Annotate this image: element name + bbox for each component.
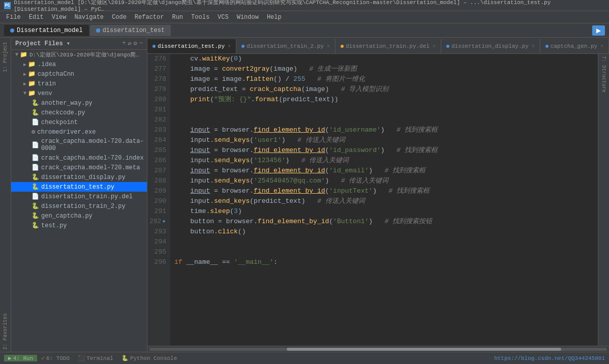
editor-tab-captcha-gen[interactable]: captcha_gen.py ×: [540, 39, 609, 53]
tree-test[interactable]: 🐍 dissertation_test.py: [11, 182, 147, 192]
venv-folder-icon: 📁: [28, 89, 36, 97]
menu-help[interactable]: Help: [263, 13, 286, 22]
checkcode-icon: 🐍: [32, 109, 39, 116]
tree-train-del[interactable]: 📄 dissertation_train.py.del: [11, 192, 147, 201]
editor-tab-train2[interactable]: dissertation_train_2.py ×: [236, 39, 336, 53]
line-num-282: 282: [149, 115, 166, 125]
menu-run[interactable]: Run: [168, 13, 187, 22]
tree-idea[interactable]: ▶ 📁 .idea: [11, 59, 147, 69]
status-python-console[interactable]: 🐍 Python Console: [117, 355, 181, 361]
main-layout: 1: Project 2: Favorites Project Files ▾ …: [0, 38, 609, 352]
status-run[interactable]: ▶ 4: Run: [4, 355, 37, 361]
testpy-icon: 🐍: [32, 222, 39, 229]
menu-refactor[interactable]: Refactor: [131, 13, 168, 22]
tab-dot-display: [446, 45, 449, 48]
menu-bar: File Edit View Navigate Code Refactor Ru…: [0, 11, 609, 23]
line-num-289: 289: [149, 186, 166, 196]
tree-root[interactable]: ▼ 📁 D:\定做区\2019-2020年定做\django爬…: [11, 50, 147, 59]
line-num-294: 294: [149, 237, 166, 247]
title-bar: PC Dissertation_model [D:\定做区\2019-2020年…: [0, 0, 609, 11]
line-num-285: 285: [149, 145, 166, 156]
code-line-287: input = browser.find_element_by_id('id_e…: [174, 166, 594, 176]
python-console-label: Python Console: [130, 355, 177, 361]
menu-vcs[interactable]: VCS: [214, 13, 233, 22]
menu-navigate[interactable]: Navigate: [70, 13, 108, 22]
close-test-tab[interactable]: ×: [228, 44, 231, 49]
gen-icon: 🐍: [32, 212, 39, 220]
code-line-281: [174, 105, 594, 115]
tree-train[interactable]: ▶ 📁 train: [11, 79, 147, 88]
menu-code[interactable]: Code: [108, 13, 131, 22]
sync-icon[interactable]: ⇄: [128, 40, 131, 47]
code-line-293: button.click(): [174, 227, 594, 237]
tree-crack-index[interactable]: 📄 crack_capcha.model-720.index: [11, 153, 147, 163]
line-num-295: 295: [149, 247, 166, 257]
tree-chromedriver[interactable]: ⚙ chromedriver.exe: [11, 127, 147, 137]
menu-file[interactable]: File: [2, 13, 25, 22]
favorites-strip-label[interactable]: 2: Favorites: [3, 311, 8, 352]
code-line-291: time.sleep(3): [174, 206, 594, 217]
train-del-label: dissertation_train.py.del: [41, 193, 133, 200]
crack-data-label: crack_capcha.model-720.data-0000: [41, 138, 145, 152]
structure-label[interactable]: 7: Structure: [601, 54, 606, 95]
terminal-label: Terminal: [86, 355, 113, 361]
code-line-283: input = browser.find_element_by_id('id_u…: [174, 125, 594, 135]
tree-checkcode[interactable]: 🐍 checkcode.py: [11, 108, 147, 117]
checkpoint-icon: 📄: [32, 118, 39, 126]
tree-gen[interactable]: 🐍 gen_captcha.py: [11, 211, 147, 221]
gear-icon[interactable]: ⚙: [134, 40, 137, 47]
tree-crack-meta[interactable]: 📄 crack_capcha.model-720.meta: [11, 163, 147, 172]
line-num-278: 278: [149, 74, 166, 84]
menu-edit[interactable]: Edit: [25, 13, 48, 22]
code-line-289: input = browser.find_element_by_id('inpu…: [174, 186, 594, 196]
status-terminal[interactable]: ⬛ Terminal: [74, 355, 117, 361]
menu-view[interactable]: View: [48, 13, 71, 22]
line-numbers: 276 277 278 279 280 281 282 283 284 285 …: [147, 54, 170, 346]
top-tab-model[interactable]: Dissertation_model: [4, 25, 89, 36]
tab-indicator: [10, 28, 14, 33]
editor-tab-test[interactable]: dissertation_test.py ×: [147, 39, 236, 53]
status-blog-link[interactable]: https://blog.csdn.net/QQ344245001: [494, 355, 605, 361]
crack-data-icon: 📄: [32, 141, 39, 149]
minimize-icon[interactable]: −: [139, 40, 143, 47]
editor-tab-display[interactable]: dissertation_display.py ×: [441, 39, 540, 53]
line-num-283: 283: [149, 125, 166, 135]
project-strip-label[interactable]: 1: Project: [3, 40, 8, 74]
tree-display[interactable]: 🐍 dissertation_display.py: [11, 172, 147, 182]
close-captcha-gen-tab[interactable]: ×: [600, 44, 603, 49]
tree-venv[interactable]: ▼ 📁 venv: [11, 88, 147, 98]
scrollbar-thumb[interactable]: [287, 348, 561, 351]
top-tab-test[interactable]: dissertation_test: [90, 25, 171, 36]
tree-testpy[interactable]: 🐍 test.py: [11, 221, 147, 230]
tree-captchacnn[interactable]: ▶ 📁 captchaCnn: [11, 69, 147, 79]
another-way-icon: 🐍: [32, 99, 39, 107]
status-todo[interactable]: ✓ 6: TODO: [37, 355, 74, 361]
editor-tab-bar: dissertation_test.py × dissertation_trai…: [147, 38, 609, 54]
terminal-icon: ⬛: [78, 355, 85, 361]
app-icon: PC: [4, 2, 11, 9]
root-folder-icon: 📁: [20, 51, 27, 58]
close-display-tab[interactable]: ×: [532, 44, 535, 49]
menu-window[interactable]: Window: [233, 13, 263, 22]
chromedriver-icon: ⚙: [32, 128, 35, 136]
train2-label: dissertation_train_2.py: [41, 203, 126, 210]
horizontal-scrollbar[interactable]: [147, 346, 609, 352]
code-line-280: print("预测: {}".format(predict_text)): [174, 95, 594, 105]
editor-tab-train-del[interactable]: dissertation_train.py.del ×: [336, 39, 441, 53]
close-train-del-tab[interactable]: ×: [433, 44, 436, 49]
top-tab-bar: Dissertation_model dissertation_test ▶: [0, 23, 609, 38]
code-line-296: if __name__ == '__main__':: [174, 257, 594, 267]
tree-checkpoint[interactable]: 📄 checkpoint: [11, 117, 147, 127]
gen-label: gen_captcha.py: [41, 213, 93, 220]
code-line-286: input.send_keys('123456') # 传送入关键词: [174, 156, 594, 166]
run-button[interactable]: ▶: [592, 25, 605, 36]
crack-index-icon: 📄: [32, 154, 39, 162]
tree-crack-data[interactable]: 📄 crack_capcha.model-720.data-0000: [11, 137, 147, 153]
tree-another-way[interactable]: 🐍 another_way.py: [11, 98, 147, 108]
code-editor[interactable]: cv.waitKey(0) image = convert2gray(image…: [170, 54, 598, 346]
menu-tools[interactable]: Tools: [187, 13, 214, 22]
close-train2-tab[interactable]: ×: [327, 44, 330, 49]
tree-train2[interactable]: 🐍 dissertation_train_2.py: [11, 201, 147, 211]
add-icon[interactable]: +: [122, 40, 126, 47]
tab-dot-captcha-gen: [545, 45, 549, 48]
